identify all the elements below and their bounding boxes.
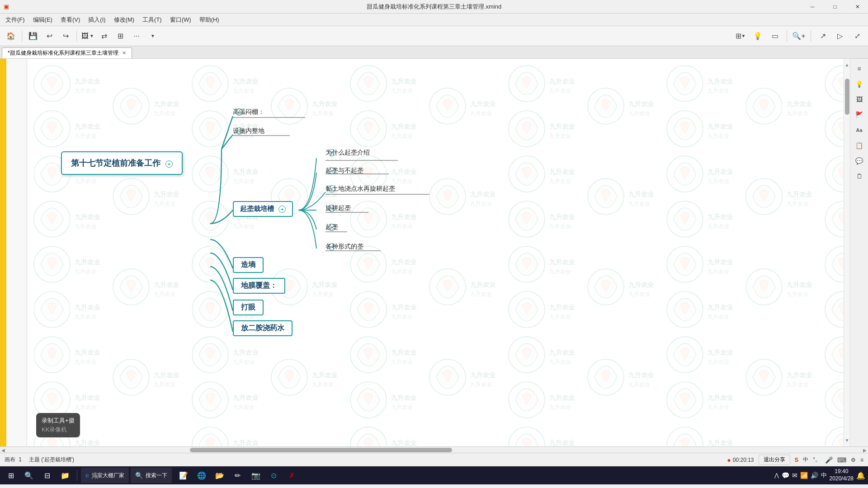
branch-gaowenminpeng: 高温闷棚： + [233,108,243,116]
horizontal-scrollbar[interactable]: ◀ ▶ [0,446,868,453]
tray-network-icon[interactable]: 📶 [800,472,808,479]
zoom-in-button[interactable]: 🔍+ [792,29,806,43]
start-button[interactable]: ⊞ [3,467,19,483]
right-panel-btn-6[interactable]: 📋 [853,139,866,152]
scroll-left-btn[interactable]: ◀ [0,447,6,453]
redo-button[interactable]: ↪ [58,29,73,43]
system-clock[interactable]: 19:40 2020/4/28 [830,468,854,482]
maximize-button[interactable]: □ [825,0,845,14]
record-button[interactable]: ▭ [768,29,782,43]
clock-date: 2020/4/28 [830,475,854,483]
menu-view[interactable]: 查看(V) [57,14,84,25]
home-button[interactable]: 🏠 [4,29,18,43]
leaf-weishemeqizhongjiesao[interactable]: 为什么起垄介绍 [326,149,370,157]
menu-help[interactable]: 帮助(H) [196,14,223,25]
taskbar-camera-button[interactable]: 📷 [248,467,264,483]
central-node[interactable]: 第十七节定植前准备工作 + [61,151,183,175]
tray-mail-icon[interactable]: ✉ [792,472,797,479]
horizontal-scroll-thumb[interactable] [190,448,452,452]
file-explorer-button[interactable]: 📁 [57,467,73,483]
exit-share-button[interactable]: 退出分享 [759,455,790,465]
branch-dayan: 打眼 + [233,304,243,311]
right-panel-btn-7[interactable]: 💬 [853,155,866,167]
topic-button[interactable]: ⊞ [113,29,127,43]
save-button[interactable]: 💾 [26,29,40,43]
tray-volume-icon[interactable]: 🔊 [811,472,818,479]
main-area: 九升农业 九升农业 九升农业 九升农业 九升农业 九升农业 [0,59,868,446]
leaf-zaochang[interactable]: 造墒 [233,257,264,273]
leaf-qizhongyubuqizhong[interactable]: 起垄与不起垄 [326,167,363,175]
menu-file[interactable]: 文件(F) [2,14,28,25]
task-view-button[interactable]: ⊟ [39,467,55,483]
rec-indicator: ● 00:20:13 [727,456,754,464]
leaf-fangerjiaoyaoye[interactable]: 放二胺浇药水 [233,320,292,336]
tray-expand-btn[interactable]: ⋀ [774,472,779,479]
taskbar: ⊞ 🔍 ⊟ 📁 e 温室大棚厂家 🔍 搜索一下 📝 🌐 📂 ✏ 📷 ⊙ ✗ ⋀ … [0,466,868,484]
scroll-right-btn[interactable]: ▶ [862,447,868,453]
tab-close-button[interactable]: ✕ [122,50,126,56]
sub-gezhongxingshi: 各种形式的垄 + [326,243,335,250]
branch-sheshineizhengli: 设施内整地 + [233,127,243,135]
minimize-button[interactable]: ─ [802,0,823,14]
more-button[interactable]: ··· [129,29,144,43]
canvas-vscroll[interactable]: ▲ ▼ [844,59,850,446]
recording-toolbar[interactable]: 录制工具+摄 KK录像机 [36,413,80,437]
main-tab[interactable]: *甜瓜健身栽培标准化系列课程第三章土壤管理 ✕ [2,47,132,58]
taskbar-orb-button[interactable]: ⊙ [266,467,282,483]
right-panel-btn-1[interactable]: ≡ [853,62,866,75]
taskbar-green-button[interactable]: 🌐 [193,467,210,483]
search-icon-taskbar: 🔍 [135,472,143,479]
leaf-nitudijiaodian[interactable]: 黏土地浇点水再旋耕起垄 [326,185,395,193]
central-expand-btn[interactable]: + [165,160,173,168]
present-button[interactable]: ▷ [833,29,847,43]
tray-ime-icon[interactable]: 中 [821,471,827,479]
menu-tools[interactable]: 工具(T) [139,14,165,25]
leaf-gezhongxingshi[interactable]: 各种形式的垄 [326,243,363,251]
leaf-sheshineizhengli[interactable]: 设施内整地 [233,127,264,135]
settings-icon[interactable]: ≡ [860,457,863,463]
menu-insert[interactable]: 插入(I) [85,14,109,25]
keyboard-icon[interactable]: ⌨ [837,456,846,464]
menu-edit[interactable]: 编辑(E) [29,14,56,25]
app-icon: ▣ [4,3,9,10]
undo-button[interactable]: ↩ [42,29,57,43]
notification-btn[interactable]: 🔔 [856,471,865,480]
taskbar-office-button[interactable]: 📝 [175,467,192,483]
menu-bar: 文件(F) 编辑(E) 查看(V) 插入(I) 修改(M) 工具(T) 窗口(W… [0,14,868,26]
more-icon[interactable]: ⚙ [851,457,856,463]
branch-qizhongzaipeitao[interactable]: 起垄栽培槽 + [233,201,293,217]
toolbar-separator-3 [787,31,787,42]
taskbar-folder2-button[interactable]: 📂 [212,467,228,483]
leaf-xuangengqizhong[interactable]: 旋耕起垄 [326,204,351,212]
taskbar-app-search[interactable]: 🔍 搜索一下 [131,468,172,483]
right-panel-btn-2[interactable]: 💡 [853,78,866,90]
mic-icon[interactable]: 🎤 [825,456,833,464]
leaf-dimianfugai[interactable]: 地膜覆盖： [233,278,285,294]
right-panel-btn-8[interactable]: 🗒 [853,170,866,183]
status-bar: 画布 1 主题 ('起垄栽培槽') ● 00:20:13 退出分享 S 中 °。… [0,453,868,466]
lightbulb-button[interactable]: 💡 [750,29,765,43]
expand-qizhongzaipeitao[interactable]: + [278,206,286,213]
menu-modify[interactable]: 修改(M) [110,14,138,25]
tray-wechat-icon[interactable]: 💬 [782,472,789,479]
close-button[interactable]: ✕ [847,0,868,14]
expand-button[interactable]: ⤢ [850,29,864,43]
taskbar-separator [77,470,77,481]
layout-button[interactable]: ⇄ [97,29,111,43]
more-dropdown[interactable]: ▼ [146,29,160,43]
right-panel-btn-5[interactable]: Aa [853,124,866,136]
right-panel-btn-3[interactable]: 🖼 [853,93,866,106]
share-button[interactable]: ↗ [816,29,830,43]
view-mode-button[interactable]: ⊞▼ [733,29,748,43]
leaf-gaowenminpeng[interactable]: 高温闷棚： [233,108,264,116]
window-controls: ─ □ ✕ [802,0,868,14]
menu-window[interactable]: 窗口(W) [166,14,195,25]
search-button[interactable]: 🔍 [21,467,37,483]
export-button[interactable]: 🖼▼ [80,29,95,43]
taskbar-app7-button[interactable]: ✗ [284,467,300,483]
leaf-dayan[interactable]: 打眼 [233,300,264,315]
leaf-qizhong[interactable]: 起垄 [326,223,338,231]
canvas-area[interactable]: 九升农业 九升农业 九升农业 九升农业 九升农业 九升农业 [27,59,850,446]
right-panel-btn-4[interactable]: 🚩 [853,108,866,121]
taskbar-pencil-button[interactable]: ✏ [230,467,246,483]
